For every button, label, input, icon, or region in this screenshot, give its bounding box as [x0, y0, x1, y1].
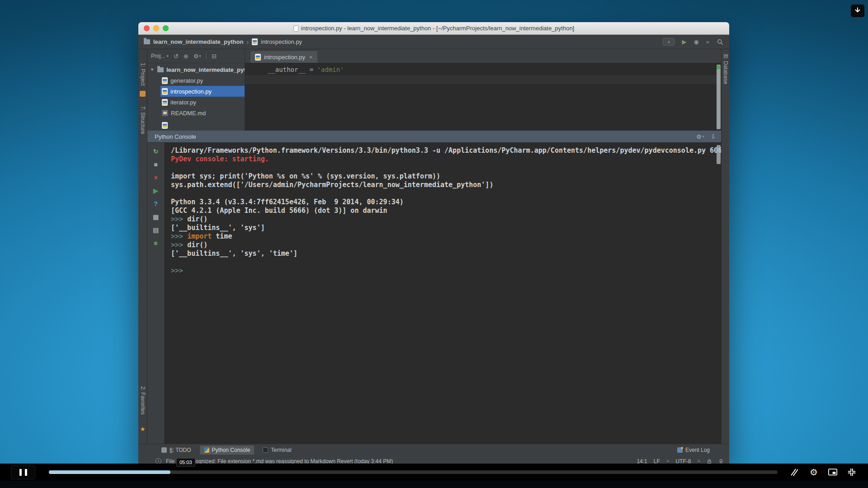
search-icon[interactable]: [717, 38, 724, 46]
console-line: ['__builtins__', 'sys', 'time']: [171, 249, 721, 258]
settings-gear-icon[interactable]: ⚙: [808, 467, 819, 478]
console-line: >>> dir(): [171, 241, 721, 249]
current-line-highlight: [245, 75, 721, 84]
show-variables-icon[interactable]: ▦: [152, 213, 160, 221]
download-button[interactable]: [851, 5, 864, 17]
picture-in-picture-icon[interactable]: [827, 467, 838, 478]
console-line: Python 3.3.4 (v3.3.4:7ff62415e426, Feb 9…: [171, 198, 721, 206]
event-log-icon: [677, 447, 683, 453]
tree-item-label: README.md: [171, 110, 206, 117]
player-controls: ⚙ 05:03: [0, 464, 868, 488]
attach-debugger-icon[interactable]: ∗: [152, 239, 160, 247]
toolbar-divider: [206, 53, 207, 59]
console-line: PyDev console: starting.: [171, 155, 721, 164]
tool-stripe-button-database[interactable]: Database: [722, 61, 729, 84]
tool-button-python-console[interactable]: Python Console: [200, 446, 255, 455]
rerun-icon[interactable]: ↻: [152, 147, 160, 155]
tool-button-terminal[interactable]: Terminal: [259, 446, 295, 455]
python-file-icon: [252, 38, 258, 45]
console-scrollbar[interactable]: [717, 145, 721, 164]
tree-item-generator-py[interactable]: generator.py: [147, 75, 245, 86]
video-stage[interactable]: introspection.py - learn_now_intermediat…: [0, 0, 868, 488]
chevron-down-icon: ▾: [703, 134, 705, 139]
favorites-star-icon[interactable]: ★: [140, 426, 146, 432]
tree-item-iterator-py[interactable]: iterator.py: [147, 97, 245, 108]
python-file-icon: [162, 122, 168, 129]
lock-icon[interactable]: [707, 459, 712, 464]
playback-speed-icon[interactable]: [789, 467, 800, 478]
tree-item-label: iterator.py: [170, 99, 196, 106]
console-line: import sys; print('Python %s on %s' % (s…: [171, 172, 721, 181]
code-editor[interactable]: __author__ = 'admin': [245, 63, 721, 131]
run-button[interactable]: ▶: [682, 38, 686, 45]
close-icon[interactable]: ×: [309, 54, 313, 61]
gear-icon[interactable]: ⚙▾: [696, 133, 704, 140]
run-config-dropdown[interactable]: ▾: [663, 38, 675, 46]
tool-stripe-button-1-project[interactable]: 1: Project: [140, 63, 146, 86]
bookmark-icon[interactable]: [140, 91, 146, 97]
tool-button-label: Python Console: [212, 447, 250, 453]
navigation-bar: learn_now_intermediate_python › introspe…: [138, 35, 729, 49]
progress-bar[interactable]: [49, 470, 778, 474]
tab-label: introspection.py: [264, 54, 305, 61]
tab-introspection-py[interactable]: introspection.py ×: [250, 51, 317, 63]
expand-arrow-icon[interactable]: ▼: [150, 67, 155, 72]
tool-stripe-button-7-structure[interactable]: 7: Structure: [140, 106, 146, 134]
console-toolbar: ↻■×▶?▦▤∗: [147, 143, 165, 444]
breadcrumb-project[interactable]: learn_now_intermediate_python: [153, 38, 243, 45]
project-view-dropdown[interactable]: Proj...▾: [151, 53, 169, 59]
chevron-down-icon: ▾: [668, 40, 670, 44]
console-output[interactable]: /Library/Frameworks/Python.framework/Ver…: [165, 143, 721, 444]
minimize-button[interactable]: [153, 25, 159, 31]
console-line: [171, 164, 721, 172]
zoom-button[interactable]: [163, 25, 169, 31]
center-column: Proj...▾ ↺ ⊕ ⚙▾ ⊟ ▼learn_now_intermediat…: [147, 49, 721, 444]
tool-stripe-button-2-favorites[interactable]: 2: Favorites: [140, 386, 146, 415]
database-icon[interactable]: ▤: [723, 53, 729, 59]
right-tool-stripe: ▤ Database: [721, 49, 729, 444]
pause-icon: [19, 469, 22, 476]
console-settings-icon[interactable]: ▤: [152, 226, 160, 234]
folder-icon: [144, 39, 150, 44]
tree-item-partial: [147, 120, 245, 131]
close-button[interactable]: [144, 25, 150, 31]
progress-fill: [49, 470, 170, 474]
terminal-icon: [263, 447, 268, 453]
pause-button[interactable]: [11, 465, 35, 479]
pause-icon: [25, 469, 27, 476]
console-line: /Library/Frameworks/Python.framework/Ver…: [171, 146, 721, 155]
python-console-icon: [204, 447, 209, 453]
breadcrumb-file[interactable]: introspection.py: [261, 38, 302, 45]
download-arrow-icon: [854, 7, 862, 15]
tree-item-readme-md[interactable]: MREADME.md: [147, 108, 245, 118]
tool-button-event-log[interactable]: Event Log: [673, 446, 714, 455]
close-icon[interactable]: ×: [152, 174, 160, 182]
tool-button-todo[interactable]: 6: TODO: [157, 446, 195, 455]
stop-icon[interactable]: ■: [152, 160, 160, 169]
coverage-button[interactable]: ◉: [693, 38, 698, 45]
upper-region: Proj...▾ ↺ ⊕ ⚙▾ ⊟ ▼learn_now_intermediat…: [147, 49, 721, 131]
time-tooltip: 05:03: [176, 458, 195, 467]
code-line: __author__ = 'admin': [245, 66, 721, 75]
editor-tabs: introspection.py ×: [245, 49, 721, 63]
console-header-actions: ⚙▾ ⇩: [696, 133, 716, 140]
editor-scrollbar[interactable]: [717, 65, 721, 129]
document-icon: [293, 25, 298, 32]
scroll-to-end-icon[interactable]: ⇩: [711, 133, 716, 140]
console-line: ['__builtins__', 'sys']: [171, 224, 721, 232]
exit-fullscreen-icon[interactable]: [846, 467, 857, 478]
sync-icon[interactable]: ↺: [174, 53, 179, 60]
console-line: [GCC 4.2.1 (Apple Inc. build 5666) (dot …: [171, 206, 721, 215]
collapse-all-icon[interactable]: ⊟: [212, 53, 217, 60]
locate-icon[interactable]: ⊕: [184, 53, 189, 60]
project-tree: ▼learn_now_intermediate_pythongenerator.…: [147, 63, 245, 131]
tree-item-introspection-py[interactable]: introspection.py: [147, 86, 245, 97]
help-icon[interactable]: ?: [152, 200, 160, 208]
inspections-profile-icon[interactable]: [718, 459, 724, 464]
inspection-indicator: [717, 66, 720, 69]
fast-forward-icon[interactable]: »: [706, 38, 709, 45]
macos-titlebar: introspection.py - learn_now_intermediat…: [138, 22, 729, 35]
tree-item-learn-now-intermediate-python[interactable]: ▼learn_now_intermediate_python: [147, 64, 245, 75]
run-icon[interactable]: ▶: [152, 187, 160, 195]
gear-icon[interactable]: ⚙▾: [193, 53, 201, 60]
